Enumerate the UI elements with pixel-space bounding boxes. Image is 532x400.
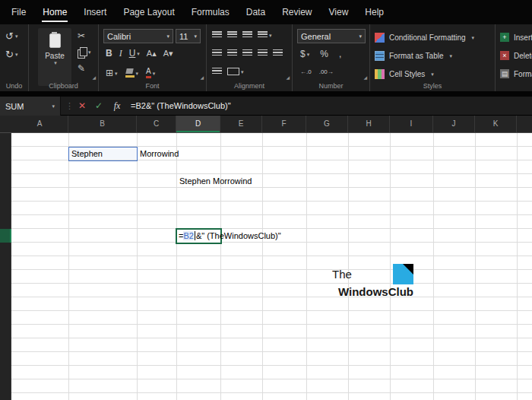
decrease-font-size-button[interactable]: A▾: [163, 49, 173, 58]
column-header-k[interactable]: K: [475, 116, 517, 132]
menu-tab-insert[interactable]: Insert: [75, 0, 115, 24]
column-header-h[interactable]: H: [348, 116, 390, 132]
scissors-icon: ✂: [78, 31, 85, 40]
align-bottom-icon[interactable]: [242, 31, 252, 39]
alignment-dialog-launcher-icon[interactable]: ◢: [286, 75, 290, 80]
column-header-b[interactable]: B: [68, 116, 137, 132]
increase-decimal-button[interactable]: ←.0: [300, 68, 312, 75]
chevron-down-icon: ▾: [450, 53, 453, 59]
menu-tab-formulas[interactable]: Formulas: [183, 0, 238, 24]
column-header-g[interactable]: G: [306, 116, 348, 132]
bold-button[interactable]: B: [106, 49, 112, 58]
redo-button[interactable]: ↻▾: [5, 49, 17, 59]
comma-style-button[interactable]: ,: [339, 49, 341, 59]
button-label: Cell Styles: [389, 70, 425, 78]
ribbon-group-alignment: ▾ ▾ ◢ Alignment: [207, 24, 293, 91]
grid-cell-text: Stephen: [68, 147, 103, 160]
name-box[interactable]: SUM ▾: [0, 97, 61, 116]
format-as-table-icon: [375, 51, 385, 61]
button-label: Delete: [514, 52, 532, 60]
increase-indent-icon[interactable]: [273, 49, 283, 57]
column-header-f[interactable]: F: [262, 116, 306, 132]
merge-center-button[interactable]: ▾: [227, 68, 244, 75]
formula-edit-text[interactable]: =B2&" (TheWindowsClub)": [179, 229, 281, 243]
format-painter-button[interactable]: ✎: [78, 64, 85, 73]
accounting-format-button[interactable]: $▾: [300, 49, 309, 59]
chevron-down-icon: ▾: [136, 71, 139, 76]
column-header-c[interactable]: C: [137, 116, 176, 132]
menu-tab-page-layout[interactable]: Page Layout: [115, 0, 182, 24]
formula-rest: &" (TheWindowsClub)": [196, 231, 281, 240]
group-label-cells: Cells: [496, 82, 532, 90]
fill-color-button[interactable]: ▾: [125, 68, 139, 78]
copy-icon: [78, 47, 87, 57]
menu-tab-file[interactable]: File: [3, 0, 34, 24]
button-label: Format: [514, 70, 532, 78]
orientation-button[interactable]: ▾: [258, 31, 272, 39]
group-label-styles: Styles: [370, 82, 495, 90]
copy-button[interactable]: ▾: [78, 47, 91, 57]
cut-button[interactable]: ✂: [78, 31, 85, 40]
borders-button[interactable]: ⊞▾: [106, 68, 118, 78]
italic-button[interactable]: I: [119, 49, 122, 58]
align-left-icon[interactable]: [212, 49, 222, 57]
formula-bar-grip-icon: ⋮: [65, 97, 74, 116]
menu-tab-help[interactable]: Help: [356, 0, 392, 24]
align-middle-icon[interactable]: [227, 31, 237, 39]
group-label-number: Number: [293, 82, 369, 90]
column-header-i[interactable]: I: [390, 116, 433, 132]
row-header-strip[interactable]: [0, 116, 11, 400]
button-format-as-table[interactable]: Format as Table▾: [375, 48, 492, 63]
menu-tab-review[interactable]: Review: [274, 0, 320, 24]
button-format[interactable]: ▤Format▾: [500, 66, 532, 81]
chevron-down-icon: ▾: [269, 33, 272, 38]
align-top-icon[interactable]: [212, 31, 222, 39]
underline-button[interactable]: U▾: [129, 49, 140, 58]
decrease-indent-icon[interactable]: [258, 49, 268, 57]
menu-tab-view[interactable]: View: [321, 0, 357, 24]
align-right-icon[interactable]: [242, 49, 252, 57]
wrap-text-icon[interactable]: [212, 68, 222, 75]
menu-tab-data[interactable]: Data: [238, 0, 274, 24]
grid-cell-text: Stephen Morrowind: [176, 174, 252, 188]
paste-button[interactable]: Paste ▾: [38, 28, 71, 86]
chevron-down-icon: ▾: [115, 71, 118, 76]
formula-bar: SUM ▾ ⋮ ✕ ✓ fx =B2&" (TheWindowsClub)": [0, 97, 532, 116]
decrease-decimal-button[interactable]: .00→: [319, 68, 334, 75]
windowsclub-logo-icon: [393, 264, 413, 284]
redo-icon: ↻: [5, 49, 14, 59]
menu-tab-home[interactable]: Home: [34, 0, 75, 24]
number-format-select[interactable]: General ▾: [297, 29, 366, 43]
button-cell-styles[interactable]: Cell Styles▾: [375, 66, 492, 81]
ribbon-group-clipboard: Paste ▾ ✂ ▾ ✎ ◢ Clipboard: [29, 24, 99, 91]
button-insert[interactable]: +Insert▾: [500, 30, 532, 45]
enter-button[interactable]: ✓: [91, 97, 106, 116]
number-dialog-launcher-icon[interactable]: ◢: [363, 75, 367, 80]
insert-function-button[interactable]: fx: [109, 97, 125, 116]
undo-button[interactable]: ↺▾: [5, 31, 17, 41]
watermark-line2: WindowsClub: [332, 285, 413, 298]
font-dialog-launcher-icon[interactable]: ◢: [200, 75, 204, 80]
borders-icon: ⊞: [106, 68, 113, 78]
chevron-down-icon: ▾: [88, 49, 91, 55]
vertical-gridline: [176, 133, 177, 400]
formula-input[interactable]: =B2&" (TheWindowsClub)": [131, 97, 231, 116]
column-header-partial[interactable]: [517, 116, 532, 132]
percent-style-button[interactable]: %: [320, 49, 328, 59]
column-header-j[interactable]: J: [433, 116, 475, 132]
clipboard-dialog-launcher-icon[interactable]: ◢: [92, 75, 96, 80]
column-header-a[interactable]: A: [11, 116, 68, 132]
font-size-select[interactable]: 11 ▾: [176, 29, 201, 43]
column-header-e[interactable]: E: [220, 116, 262, 132]
align-center-icon[interactable]: [227, 49, 237, 57]
sheet[interactable]: ABCDEFGHIJK =B2&" (TheWindowsClub)" Step…: [0, 116, 532, 400]
font-name-select[interactable]: Calibri ▾: [103, 29, 173, 43]
column-header-d[interactable]: D: [176, 116, 220, 132]
cancel-button[interactable]: ✕: [74, 97, 90, 116]
grid-area[interactable]: [11, 133, 532, 400]
button-delete[interactable]: ×Delete▾: [500, 48, 532, 63]
increase-font-size-button[interactable]: A▴: [147, 49, 157, 58]
font-color-button[interactable]: A▾: [146, 68, 155, 78]
button-conditional-formatting[interactable]: Conditional Formatting▾: [375, 30, 492, 45]
chevron-down-icon: ▾: [52, 103, 55, 109]
